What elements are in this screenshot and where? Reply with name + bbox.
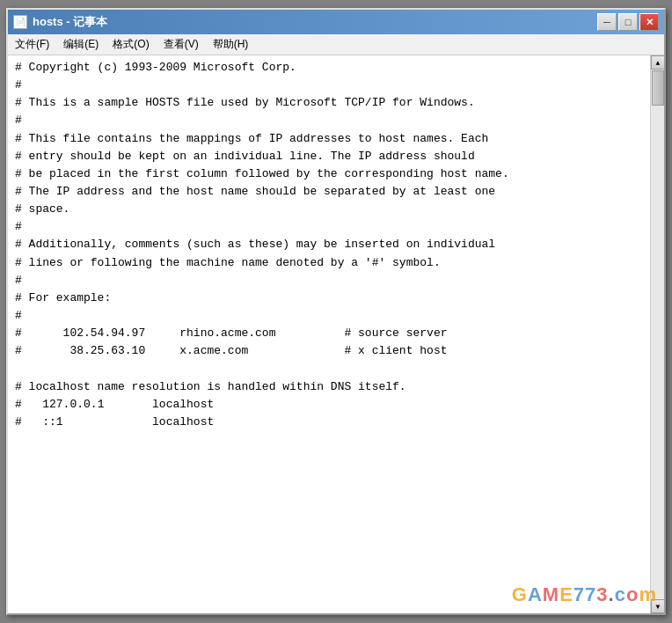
menu-bar: 文件(F) 编辑(E) 格式(O) 查看(V) 帮助(H): [8, 34, 664, 55]
close-button[interactable]: ✕: [639, 13, 659, 31]
title-bar-left: 📄 hosts - 记事本: [13, 14, 107, 30]
menu-file[interactable]: 文件(F): [8, 34, 56, 55]
title-bar: 📄 hosts - 记事本 ─ □ ✕: [8, 10, 664, 34]
menu-view[interactable]: 查看(V): [157, 34, 206, 55]
menu-help[interactable]: 帮助(H): [206, 34, 256, 55]
scroll-track[interactable]: [651, 70, 664, 599]
scroll-up-button[interactable]: ▲: [651, 55, 664, 70]
app-icon: 📄: [13, 15, 27, 29]
menu-edit[interactable]: 编辑(E): [56, 34, 106, 55]
minimize-button[interactable]: ─: [597, 13, 617, 31]
menu-format[interactable]: 格式(O): [106, 34, 156, 55]
scrollbar[interactable]: ▲ ▼: [650, 55, 664, 613]
maximize-button[interactable]: □: [618, 13, 638, 31]
title-controls: ─ □ ✕: [597, 13, 659, 31]
scroll-thumb[interactable]: [652, 70, 664, 106]
content-area: ▲ ▼ GAME773.com: [8, 55, 664, 613]
scroll-down-button[interactable]: ▼: [651, 599, 664, 613]
text-editor[interactable]: [8, 55, 650, 613]
window-title: hosts - 记事本: [33, 14, 107, 30]
notepad-window: 📄 hosts - 记事本 ─ □ ✕ 文件(F) 编辑(E) 格式(O) 查看…: [6, 8, 666, 615]
